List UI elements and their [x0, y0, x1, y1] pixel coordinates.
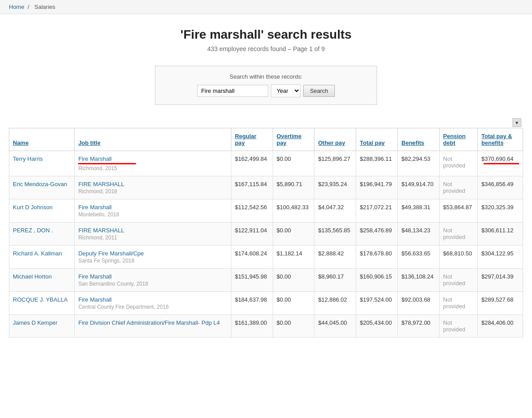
cell-other-pay: $23,935.24 [314, 176, 356, 199]
cell-other-pay: $4,047.32 [314, 199, 356, 223]
cell-total-pay: $258,476.89 [356, 223, 398, 246]
not-provided: Notprovided [443, 155, 465, 169]
cell-name: James D Kemper [9, 315, 75, 338]
table-row: Terry HarrisFire MarshallRichmond, 2015$… [9, 151, 523, 176]
cell-other-pay: $135,565.85 [314, 223, 356, 246]
name-link[interactable]: ROCQUE J. YBALLA [13, 296, 71, 303]
col-job-title: Job title [75, 128, 231, 151]
cell-benefits: $82,294.53 [398, 151, 440, 176]
name-link[interactable]: Kurt D Johnson [13, 204, 71, 211]
cell-pension-debt: Notprovided [439, 292, 477, 315]
cell-total-pay-benefits: $306,611.12 [478, 223, 523, 246]
job-title-link[interactable]: Fire Marshall [78, 155, 227, 162]
cell-total-pay: $288,396.11 [356, 151, 398, 176]
job-title-link[interactable]: FIRE MARSHALL [78, 181, 227, 187]
name-link[interactable]: Michael Horton [13, 273, 71, 280]
table-row: ROCQUE J. YBALLAFire MarshallCentral Cou… [9, 292, 523, 315]
cell-other-pay: $12,886.02 [314, 292, 356, 315]
col-benefits: Benefits [398, 128, 440, 151]
col-regular-pay-link[interactable]: Regularpay [235, 133, 256, 146]
cell-job-title: Fire MarshallRichmond, 2015 [75, 151, 231, 176]
job-title-link[interactable]: Deputy Fire Marshall/Cpe [78, 250, 227, 257]
col-name: Name [9, 128, 75, 151]
name-link[interactable]: PEREZ , DON . [13, 227, 71, 234]
cell-pension-debt: Notprovided [439, 223, 477, 246]
cell-overtime-pay: $1,182.14 [273, 246, 314, 269]
job-title-link[interactable]: Fire Marshall [78, 273, 227, 280]
cell-name: Eric Mendoza-Govan [9, 176, 75, 199]
job-title-link[interactable]: Fire Marshall [78, 296, 227, 303]
not-provided: Notprovided [443, 227, 465, 240]
job-title-link[interactable]: Fire Division Chief Administration/Fire … [78, 319, 227, 326]
breadcrumb: Home / Salaries [0, 0, 532, 14]
cell-regular-pay: $161,389.00 [231, 315, 273, 338]
col-total-pay: Total pay [356, 128, 398, 151]
cell-pension-debt: $68,810.50 [439, 246, 477, 269]
cell-total-pay-benefits: $297,014.39 [478, 269, 523, 292]
cell-pension-debt: Notprovided [439, 176, 477, 199]
col-name-link[interactable]: Name [13, 139, 28, 146]
col-overtime-pay-link[interactable]: Overtimepay [277, 133, 302, 146]
cell-total-pay: $217,072.21 [356, 199, 398, 223]
cell-regular-pay: $151,945.98 [231, 269, 273, 292]
location: Richmond, 2011 [78, 235, 227, 241]
cell-job-title: Fire MarshallMontebello, 2018 [75, 199, 231, 223]
cell-total-pay-benefits: $346,856.49 [478, 176, 523, 199]
search-button[interactable]: Search [303, 85, 335, 97]
cell-benefits: $136,108.24 [398, 269, 440, 292]
results-table: Name Job title Regularpay Overtimepay Ot… [9, 128, 523, 338]
name-link[interactable]: Eric Mendoza-Govan [13, 181, 71, 187]
cell-name: PEREZ , DON . [9, 223, 75, 246]
cell-overtime-pay: $100,482.33 [273, 199, 314, 223]
col-total-pay-benefits-link[interactable]: Total pay &benefits [481, 133, 512, 146]
table-row: PEREZ , DON .FIRE MARSHALLRichmond, 2011… [9, 223, 523, 246]
cell-overtime-pay: $5,890.71 [273, 176, 314, 199]
location: Central County Fire Department, 2016 [78, 304, 227, 310]
col-job-title-link[interactable]: Job title [78, 139, 100, 146]
cell-total-pay-benefits: $370,690.64 [478, 151, 523, 176]
cell-total-pay: $178,678.80 [356, 246, 398, 269]
col-other-pay-link[interactable]: Other pay [318, 139, 345, 146]
search-input[interactable] [197, 85, 268, 97]
cell-other-pay: $44,045.00 [314, 315, 356, 338]
results-table-container: ▼ Name Job title Regularpay Overtimepay … [0, 118, 532, 338]
cell-other-pay: $8,960.17 [314, 269, 356, 292]
cell-benefits: $56,633.65 [398, 246, 440, 269]
name-link[interactable]: Terry Harris [13, 155, 71, 162]
cell-other-pay: $125,896.27 [314, 151, 356, 176]
name-link[interactable]: Richard A. Kallman [13, 250, 71, 257]
job-title-link[interactable]: Fire Marshall [78, 204, 227, 211]
job-title-link[interactable]: FIRE MARSHALL [78, 227, 227, 234]
cell-total-pay-benefits: $289,527.68 [478, 292, 523, 315]
col-overtime-pay: Overtimepay [273, 128, 314, 151]
cell-benefits: $149,914.70 [398, 176, 440, 199]
cell-total-pay: $196,941.79 [356, 176, 398, 199]
cell-overtime-pay: $0.00 [273, 223, 314, 246]
year-select[interactable]: Year 2019 2018 2017 2016 2015 2014 2013 … [271, 84, 301, 97]
cell-pension-debt: Notprovided [439, 315, 477, 338]
cell-regular-pay: $112,542.56 [231, 199, 273, 223]
cell-benefits: $48,134.23 [398, 223, 440, 246]
col-total-pay-benefits: Total pay &benefits [478, 128, 523, 151]
name-link[interactable]: James D Kemper [13, 319, 71, 326]
cell-total-pay-benefits: $284,406.00 [478, 315, 523, 338]
cell-regular-pay: $122,911.04 [231, 223, 273, 246]
cell-name: Terry Harris [9, 151, 75, 176]
sort-icon[interactable]: ▼ [512, 118, 521, 127]
not-provided: Notprovided [443, 296, 465, 310]
col-total-pay-link[interactable]: Total pay [360, 139, 385, 146]
cell-total-pay-benefits: $320,325.39 [478, 199, 523, 223]
cell-job-title: FIRE MARSHALLRichmond, 2011 [75, 223, 231, 246]
cell-name: Michael Horton [9, 269, 75, 292]
cell-name: ROCQUE J. YBALLA [9, 292, 75, 315]
col-pension-debt-link[interactable]: Pensiondebt [443, 133, 466, 146]
not-provided: Notprovided [443, 181, 465, 194]
table-row: Richard A. KallmanDeputy Fire Marshall/C… [9, 246, 523, 269]
location: Richmond, 2015 [78, 165, 227, 171]
cell-job-title: Fire MarshallSan Bernardino County, 2018 [75, 269, 231, 292]
location: San Bernardino County, 2018 [78, 281, 227, 287]
col-regular-pay: Regularpay [231, 128, 273, 151]
breadcrumb-home[interactable]: Home [9, 4, 24, 10]
col-benefits-link[interactable]: Benefits [401, 139, 424, 146]
cell-regular-pay: $174,608.24 [231, 246, 273, 269]
